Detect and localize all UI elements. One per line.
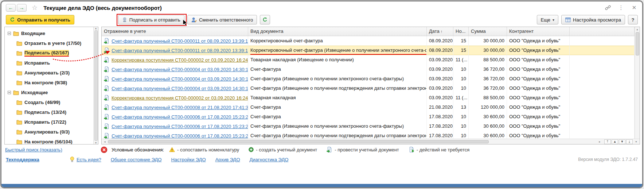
table-vertical-scrollbar[interactable]: ▲: [635, 27, 640, 139]
edo-archive-link[interactable]: Архив ЭДО: [215, 157, 240, 162]
document-link[interactable]: Счет-фактура полученный СТ00-000008 от 2…: [112, 103, 248, 112]
back-button[interactable]: ←: [6, 4, 16, 12]
cancel-search-button[interactable]: [100, 146, 108, 154]
quick-search-link[interactable]: Быстрый поиск (показать): [5, 147, 62, 153]
send-receive-button[interactable]: Отправить и получить: [6, 15, 74, 24]
document-link[interactable]: Счет-фактура полученный СТ00-000011 от 0…: [112, 36, 248, 46]
idea-link[interactable]: Есть идея?: [77, 157, 101, 162]
scroll-up-icon[interactable]: ▲: [95, 27, 97, 30]
scrollbar-thumb[interactable]: [108, 140, 489, 143]
scroll-right-icon[interactable]: ►: [597, 140, 602, 143]
column-partner[interactable]: Контрагент: [507, 27, 570, 36]
edo-diagnostics-link[interactable]: Диагностика ЭДО: [250, 157, 289, 162]
collapse-icon[interactable]: [8, 91, 11, 94]
close-icon[interactable]: ✕: [631, 4, 638, 11]
scroll-up-icon[interactable]: ▲: [636, 27, 639, 32]
scrollbar-thumb[interactable]: [94, 30, 98, 141]
tree-item-control-incoming[interactable]: На контроле (9/38): [5, 78, 93, 88]
post-document-icon: [104, 76, 110, 82]
table-row-selected[interactable]: Счет-фактура полученный СТ00-000011 от 0…: [102, 46, 635, 55]
help-button[interactable]: ?: [628, 15, 638, 24]
document-link[interactable]: Счет-фактура полученный СТ00-000004 от 0…: [112, 74, 248, 84]
table-row[interactable]: Корректировка поступления СТ00-000002 от…: [102, 55, 635, 65]
tree-item-fix-outgoing[interactable]: Исправить (17/22): [5, 117, 93, 127]
table-row[interactable]: Счет-фактура полученный СТ00-000008 от 2…: [102, 103, 635, 112]
document-partner: ООО "Одежда и обувь": [507, 36, 570, 46]
folder-icon: [16, 41, 22, 46]
document-date: 03.09.2020: [427, 93, 453, 103]
edo-state-link[interactable]: Общее состояние ЭДО: [111, 157, 162, 162]
document-link[interactable]: Счет-фактура полученный СТ00-000004 от 0…: [112, 84, 248, 93]
document-kind: Счет-фактура (Извещение о получении подт…: [248, 84, 427, 93]
tree-item-label: Аннулировать (0/3): [24, 129, 70, 135]
change-responsible-button[interactable]: Сменить ответственного: [187, 15, 257, 24]
back-arrow-icon: ←: [8, 5, 13, 11]
table-row[interactable]: Счет-фактура полученный СТ00-000006 от 1…: [102, 112, 635, 122]
more-menu-icon[interactable]: ⋮: [617, 4, 625, 11]
table-horizontal-scrollbar[interactable]: ◄ ► ⤒ ▲ ▼ ⤓ ▼: [102, 139, 640, 144]
tree-item-annul-incoming[interactable]: Аннулировать (2/3): [5, 68, 93, 78]
table-header[interactable]: Отражение в учете Вид документа Дата↑ Но…: [102, 27, 635, 36]
toolbar-right: Еще ▾ Настройка просмотра ?: [537, 15, 638, 24]
table-row[interactable]: Корректировка поступления СТ00-000002 от…: [102, 93, 635, 103]
sidebar-scrollbar[interactable]: ▲ ▼: [93, 27, 98, 144]
go-first-button[interactable]: ⤒: [604, 139, 611, 144]
scroll-down-icon[interactable]: ▼: [95, 142, 97, 144]
sign-and-send-label: Подписать и отправить: [129, 17, 180, 23]
tree-item-sign-incoming[interactable]: Подписать (62/167): [5, 48, 93, 58]
document-partner: ООО "Одежда и обувь": [507, 46, 570, 55]
sign-and-send-button[interactable]: Подписать и отправить: [118, 15, 184, 24]
tree-item-control-outgoing[interactable]: На контроле (56/104): [5, 137, 93, 144]
column-date[interactable]: Дата↑: [427, 27, 453, 36]
scroll-down-icon[interactable]: ▼: [633, 140, 639, 143]
forward-arrow-icon: →: [19, 5, 24, 11]
tree-item-sign-outgoing[interactable]: Подписать (13/24): [5, 107, 93, 117]
collapse-icon[interactable]: [8, 32, 11, 35]
table-row[interactable]: Счет-фактура полученный СТ00-000004 от 0…: [102, 65, 635, 74]
column-number[interactable]: Но...: [453, 27, 469, 36]
document-partner: ООО "Одежда и обувь": [507, 93, 570, 103]
tree-group-outgoing[interactable]: Исходящие: [5, 88, 93, 97]
tree-item-reflect[interactable]: Отразить в учете (17/50): [5, 38, 93, 48]
view-settings-button[interactable]: Настройка просмотра: [561, 15, 625, 24]
view-settings-label: Настройка просмотра: [573, 17, 621, 23]
more-button[interactable]: Еще ▾: [537, 15, 558, 24]
column-extra[interactable]: [570, 27, 635, 36]
scrollbar-thumb[interactable]: [636, 32, 639, 55]
tree-item-label: На контроле (56/104): [24, 139, 73, 144]
page-down-button[interactable]: ▼: [619, 139, 625, 144]
go-last-button[interactable]: ⤓: [626, 139, 633, 144]
document-link[interactable]: Счет-фактура полученный СТ00-000004 от 0…: [112, 65, 248, 74]
tree-item-fix-incoming[interactable]: Исправить: [5, 58, 93, 68]
document-link[interactable]: Корректировка поступления СТ00-000002 от…: [112, 93, 248, 103]
tree-group-incoming[interactable]: Входящие: [5, 28, 93, 38]
post-document-icon: [327, 147, 332, 153]
document-kind: Счет-фактура: [248, 65, 427, 74]
document-link[interactable]: Счет-фактура полученный СТ00-000006 от 1…: [112, 112, 248, 122]
forward-button[interactable]: →: [17, 4, 27, 12]
table-row[interactable]: Счет-фактура полученный СТ00-000004 от 0…: [102, 84, 635, 93]
column-kind[interactable]: Вид документа: [248, 27, 427, 36]
post-document-icon: [104, 47, 110, 53]
legend: Условные обозначения: - сопоставить номе…: [112, 147, 479, 153]
document-amount: 36 720,00: [469, 84, 507, 93]
scroll-left-icon[interactable]: ◄: [102, 140, 107, 143]
page-up-button[interactable]: ▲: [612, 139, 618, 144]
favorite-star-icon[interactable]: ☆: [32, 4, 38, 12]
document-link[interactable]: Корректировка поступления СТ00-000002 от…: [112, 55, 248, 65]
tree-item-create-outgoing[interactable]: Создать (46/99): [5, 97, 93, 107]
edo-settings-link[interactable]: Настройки ЭДО: [171, 157, 206, 162]
refresh-list-button[interactable]: [260, 15, 270, 24]
document-number: 10: [453, 74, 469, 84]
column-reflection[interactable]: Отражение в учете: [102, 27, 248, 36]
table-row[interactable]: Счет-фактура полученный СТ00-000004 от 0…: [102, 74, 635, 84]
document-link[interactable]: Счет-фактура полученный СТ00-000011 от 0…: [112, 46, 248, 55]
tech-support-link[interactable]: Техподдержка: [6, 157, 39, 162]
get-link-icon[interactable]: [604, 4, 612, 11]
table-row[interactable]: Счет-фактура полученный СТ00-000011 от 0…: [102, 36, 635, 46]
document-link[interactable]: Счет-фактура полученный СТ00-000006 от 1…: [112, 122, 248, 131]
column-amount[interactable]: Сумма: [469, 27, 507, 36]
document-date: 17.08.2020: [427, 122, 453, 131]
table-row[interactable]: Счет-фактура полученный СТ00-000006 от 1…: [102, 122, 635, 131]
tree-item-annul-outgoing[interactable]: Аннулировать (0/3): [5, 127, 93, 137]
